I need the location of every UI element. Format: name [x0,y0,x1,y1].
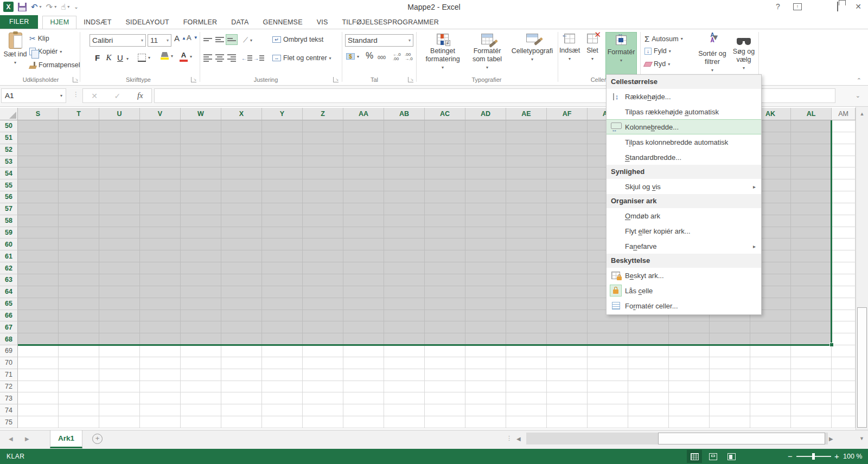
cell-AE69[interactable] [506,345,547,357]
cell-Z51[interactable] [303,132,343,144]
cell-AD60[interactable] [465,239,506,250]
cell-Y53[interactable] [262,156,303,168]
cell-AB75[interactable] [384,416,425,428]
cell-X52[interactable] [221,144,262,156]
cell-W64[interactable] [181,286,221,298]
font-color-button[interactable]: A ▾ [180,51,192,62]
cell-T59[interactable] [59,227,99,239]
accounting-format-button[interactable]: $▾ [346,53,359,60]
cell-AF50[interactable] [547,120,588,132]
menu-item-format-r-celler[interactable]: Formatér celler... [607,298,761,313]
cell-X71[interactable] [221,369,262,381]
sheet-nav-left-icon[interactable]: ◀ [9,436,13,442]
cell-Z67[interactable] [303,321,343,333]
cell-Z61[interactable] [303,250,343,262]
align-middle-button[interactable] [214,34,226,45]
tab-filer[interactable]: FILER [0,15,38,29]
cell-AA60[interactable] [343,239,384,250]
cell-AC54[interactable] [425,167,465,179]
cell-V56[interactable] [140,191,181,203]
paste-dropdown-icon[interactable]: ▾ [14,59,16,67]
cell-AD73[interactable] [465,392,506,404]
cell-V62[interactable] [140,262,181,274]
cell-AK72[interactable] [750,381,791,393]
column-header-X[interactable]: X [221,108,262,120]
cell-AD70[interactable] [465,357,506,369]
cell-AA53[interactable] [343,156,384,168]
cell-AL57[interactable] [791,203,832,215]
column-header-AD[interactable]: AD [465,108,506,120]
cell-AK67[interactable] [750,321,791,333]
cell-Y63[interactable] [262,274,303,286]
cell-AJ73[interactable] [710,392,750,404]
cell-X68[interactable] [221,333,262,345]
clipboard-dialog-launcher-icon[interactable]: ↘ [73,77,78,82]
increase-indent-button[interactable]: → [253,53,265,63]
cell-AK68[interactable] [750,333,791,345]
scroll-up-icon[interactable]: ▲ [856,108,868,120]
cell-AB66[interactable] [384,310,425,322]
cell-W62[interactable] [181,262,221,274]
cell-AC71[interactable] [425,369,465,381]
cell-AC68[interactable] [425,333,465,345]
cell-S57[interactable] [18,203,59,215]
cell-AG75[interactable] [588,416,628,428]
cell-W57[interactable] [181,203,221,215]
cell-AE51[interactable] [506,132,547,144]
row-header-65[interactable]: 65 [0,298,18,310]
cell-Y70[interactable] [262,357,303,369]
insert-cells-button[interactable]: ← Indsæt ▾ [559,34,580,63]
cell-Y73[interactable] [262,392,303,404]
font-dialog-launcher-icon[interactable]: ↘ [191,77,196,82]
cell-S56[interactable] [18,191,59,203]
cell-AJ75[interactable] [710,416,750,428]
menu-item-rækkehøjde[interactable]: ↕Rækkehøjde... [607,89,761,104]
increase-decimal-button[interactable]: ←.0 .00 [393,53,401,61]
menu-item-tilpas-kolonnebredde-automatisk[interactable]: Tilpas kolonnebredde automatisk [607,134,761,150]
cell-S74[interactable] [18,404,59,416]
cell-W69[interactable] [181,345,221,357]
cell-Z60[interactable] [303,239,343,250]
cell-AM63[interactable] [832,274,856,286]
cell-AE75[interactable] [506,416,547,428]
cell-W56[interactable] [181,191,221,203]
cell-AC55[interactable] [425,179,465,191]
cell-AI72[interactable] [669,381,710,393]
cell-AF60[interactable] [547,239,588,250]
cell-AE73[interactable] [506,392,547,404]
cell-AD67[interactable] [465,321,506,333]
cell-W52[interactable] [181,144,221,156]
row-header-55[interactable]: 55 [0,179,18,191]
column-header-AL[interactable]: AL [791,108,832,120]
cell-AL75[interactable] [791,416,832,428]
sheet-tab-ark1[interactable]: Ark1 [50,430,82,448]
cell-Z52[interactable] [303,144,343,156]
cell-AF64[interactable] [547,286,588,298]
cell-AM56[interactable] [832,191,856,203]
cell-Z50[interactable] [303,120,343,132]
cell-AM65[interactable] [832,298,856,310]
bold-button[interactable]: F [92,53,103,62]
cell-W67[interactable] [181,321,221,333]
cell-AH70[interactable] [628,357,669,369]
cell-AA55[interactable] [343,179,384,191]
cell-Z62[interactable] [303,262,343,274]
cell-T71[interactable] [59,369,99,381]
cell-AL55[interactable] [791,179,832,191]
cell-U58[interactable] [99,215,140,227]
conditional-formatting-button[interactable]: ≠ Betinget formatering ▾ [419,34,466,72]
cell-AL68[interactable] [791,333,832,345]
cell-AD56[interactable] [465,191,506,203]
cell-AE71[interactable] [506,369,547,381]
cell-X60[interactable] [221,239,262,250]
page-layout-view-button[interactable] [705,450,720,463]
cell-Y52[interactable] [262,144,303,156]
cell-U56[interactable] [99,191,140,203]
cell-AE59[interactable] [506,227,547,239]
cell-AC67[interactable] [425,321,465,333]
cell-AJ67[interactable] [710,321,750,333]
cell-S52[interactable] [18,144,59,156]
cell-X69[interactable] [221,345,262,357]
cell-AM50[interactable] [832,120,856,132]
cell-Z69[interactable] [303,345,343,357]
